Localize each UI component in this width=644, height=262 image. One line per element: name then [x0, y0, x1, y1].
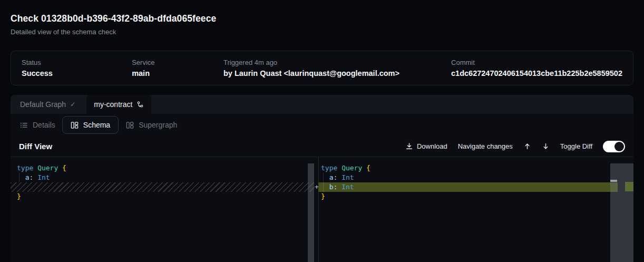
check-summary-card: Status Success Service main Triggered 4m…: [11, 51, 633, 85]
minimap-code-mark: [610, 180, 617, 182]
next-change-button[interactable]: [542, 142, 550, 150]
triggered-column: Triggered 4m ago by Laurin Quast <laurin…: [223, 59, 451, 85]
tab-schema[interactable]: Schema: [62, 116, 119, 134]
columns-icon: [126, 121, 134, 129]
tab-supergraph-label: Supergraph: [139, 121, 177, 129]
toggle-diff-label: Toggle Diff: [560, 142, 592, 150]
commit-column: Commit c1dc62724702406154013cbe11b225b2e…: [451, 59, 622, 85]
commit-label: Commit: [451, 59, 622, 66]
diff-actions: Download Navigate changes Toggle Diff: [405, 141, 625, 152]
code-line: a: Int: [17, 173, 50, 182]
toggle-diff-knob: [614, 142, 624, 151]
code-line: type Query {: [321, 163, 370, 173]
commit-value: c1dc62724702406154013cbe11b225b2e5859502: [451, 69, 622, 77]
check-mark-icon: ✓: [70, 101, 75, 108]
previous-change-button[interactable]: [523, 142, 531, 150]
toggle-diff-switch[interactable]: [603, 141, 625, 152]
diff-view-title: Diff View: [19, 142, 52, 151]
diff-empty-placeholder: [11, 182, 314, 192]
download-icon: [405, 142, 413, 150]
arrow-down-icon: [542, 142, 550, 150]
diff-toolbar: Diff View Download Navigate changes: [11, 136, 633, 157]
code-line: }: [321, 192, 325, 201]
page-title: Check 01328b0d-b396-43f2-89ab-dfda065fee…: [11, 13, 216, 24]
list-icon: [20, 121, 28, 129]
graph-tab-strip: Default Graph ✓ my-contract: [11, 95, 633, 114]
service-column: Service main: [132, 59, 223, 85]
status-label: Status: [22, 59, 132, 66]
columns-icon: [71, 121, 79, 129]
overview-ruler-added-mark: [625, 182, 633, 191]
minimap-scrollbar[interactable]: [610, 163, 633, 262]
triggered-value: by Laurin Quast <laurinquast@googlemail.…: [223, 69, 451, 77]
navigate-changes-label: Navigate changes: [458, 142, 513, 150]
tab-default-graph[interactable]: Default Graph ✓: [11, 95, 85, 114]
view-tab-bar: Details Schema Supergraph: [11, 114, 633, 136]
triggered-label: Triggered 4m ago: [223, 59, 451, 66]
git-compare-icon: [136, 101, 144, 108]
pane-divider: [318, 157, 319, 262]
download-label: Download: [417, 142, 447, 150]
tab-details-label: Details: [33, 121, 55, 129]
tab-details[interactable]: Details: [19, 121, 56, 129]
status-value: Success: [22, 69, 132, 77]
tab-my-contract-label: my-contract: [94, 100, 132, 109]
service-value: main: [132, 69, 223, 77]
service-label: Service: [132, 59, 223, 66]
page-subtitle: Detailed view of the schema check: [11, 28, 116, 36]
status-column: Status Success: [22, 59, 132, 85]
tab-default-graph-label: Default Graph: [20, 100, 66, 109]
code-line-added: b: Int: [321, 182, 354, 192]
download-button[interactable]: Download: [405, 142, 447, 150]
code-line: a: Int: [321, 173, 354, 182]
left-pane-scrollbar[interactable]: [308, 163, 314, 262]
code-line: }: [17, 192, 21, 201]
arrow-up-icon: [523, 142, 531, 150]
schema-check-panel: Default Graph ✓ my-contract: [11, 95, 633, 262]
schema-diff-editor: type Query { a: Int } + type Query { a: …: [11, 157, 633, 262]
tab-supergraph[interactable]: Supergraph: [125, 121, 178, 129]
added-line-highlight: [318, 182, 618, 192]
tab-my-contract[interactable]: my-contract: [86, 95, 151, 114]
code-line: type Query {: [17, 163, 66, 173]
tab-schema-label: Schema: [83, 121, 110, 129]
